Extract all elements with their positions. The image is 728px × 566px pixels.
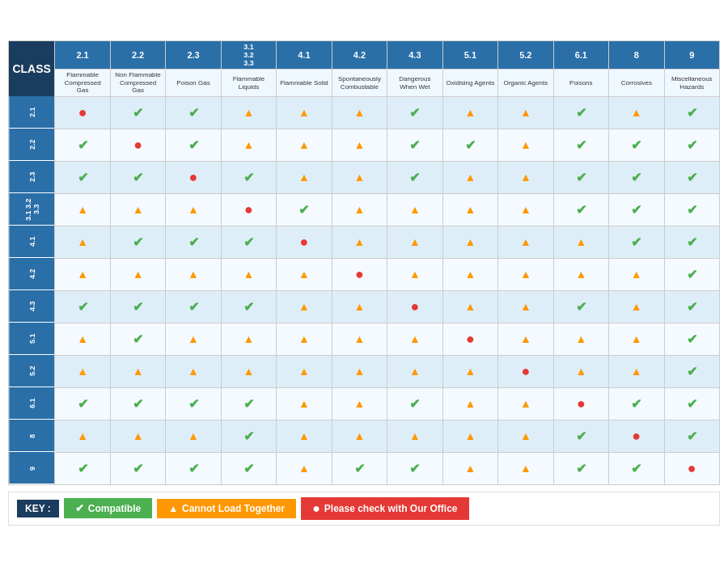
- col-header-52: 5.2: [498, 41, 553, 70]
- cell-r0-c1: ✔: [110, 96, 165, 129]
- table-row: 2.2✔●✔▲▲▲✔✔▲✔✔✔: [9, 129, 720, 161]
- desc-cell-2.2: Non Flammable Compressed Gas: [110, 70, 165, 97]
- table-row: 2.1●✔✔▲▲▲✔▲▲✔▲✔: [9, 96, 720, 129]
- col-header-9: 9: [664, 41, 719, 70]
- cell-r5-c8: ▲: [498, 258, 553, 290]
- cell-r1-c8: ▲: [498, 129, 553, 161]
- cell-r6-c8: ▲: [498, 290, 553, 323]
- triangle-icon-legend: ▲: [168, 503, 178, 514]
- cell-r9-c0: ✔: [55, 387, 110, 420]
- cell-r10-c7: ▲: [442, 420, 497, 452]
- row-header-9: 9: [9, 452, 55, 484]
- row-header-5.1: 5.1: [9, 323, 55, 355]
- cell-r11-c1: ✔: [110, 452, 165, 484]
- cell-r5-c11: ✔: [664, 258, 719, 290]
- cell-r6-c0: ✔: [55, 290, 110, 323]
- legend-compatible-label: Compatible: [88, 503, 141, 514]
- cell-r4-c0: ▲: [55, 226, 110, 258]
- table-row: 8▲▲▲✔▲▲▲▲▲✔●✔: [9, 420, 720, 452]
- cell-r8-c11: ✔: [664, 355, 719, 387]
- cell-r11-c5: ✔: [332, 452, 387, 484]
- cell-r5-c4: ▲: [277, 258, 332, 290]
- cell-r8-c8: ●: [498, 355, 553, 387]
- cell-r4-c8: ▲: [498, 226, 553, 258]
- cell-r10-c5: ▲: [332, 420, 387, 452]
- cell-r5-c10: ▲: [609, 258, 664, 290]
- cell-r11-c0: ✔: [55, 452, 110, 484]
- cell-r6-c6: ●: [387, 290, 442, 323]
- row-header-2.1: 2.1: [9, 96, 55, 129]
- cell-r8-c1: ▲: [110, 355, 165, 387]
- col-header-51: 5.1: [442, 41, 497, 70]
- class-label: CLASS: [9, 41, 55, 97]
- cell-r4-c11: ✔: [664, 226, 719, 258]
- cell-r4-c9: ▲: [553, 226, 608, 258]
- row-header-5.2: 5.2: [9, 355, 55, 387]
- cell-r4-c5: ▲: [332, 226, 387, 258]
- cell-r9-c2: ✔: [166, 387, 221, 420]
- cell-r10-c9: ✔: [553, 420, 608, 452]
- cell-r7-c1: ✔: [110, 323, 165, 355]
- row-header-4.3: 4.3: [9, 290, 55, 323]
- cell-r9-c8: ▲: [498, 387, 553, 420]
- cell-r10-c3: ✔: [221, 420, 276, 452]
- table-row: 4.3✔✔✔✔▲▲●▲▲✔▲✔: [9, 290, 720, 323]
- cell-r1-c4: ▲: [277, 129, 332, 161]
- cell-r10-c6: ▲: [387, 420, 442, 452]
- desc-cell-9: Miscellaneous Hazards: [664, 70, 719, 97]
- row-header-2.2: 2.2: [9, 129, 55, 161]
- row-header-4.1: 4.1: [9, 226, 55, 258]
- cell-r8-c9: ▲: [553, 355, 608, 387]
- cell-r1-c6: ✔: [387, 129, 442, 161]
- cell-r0-c11: ✔: [664, 96, 719, 129]
- cell-r2-c8: ▲: [498, 161, 553, 193]
- cell-r1-c11: ✔: [664, 129, 719, 161]
- cell-r4-c1: ✔: [110, 226, 165, 258]
- cell-r1-c10: ✔: [609, 129, 664, 161]
- cell-r3-c5: ▲: [332, 193, 387, 226]
- cell-r6-c1: ✔: [110, 290, 165, 323]
- table-row: 2.3✔✔●✔▲▲✔▲▲✔✔✔: [9, 161, 720, 193]
- cell-r3-c4: ✔: [277, 193, 332, 226]
- cell-r4-c3: ✔: [221, 226, 276, 258]
- cell-r3-c11: ✔: [664, 193, 719, 226]
- check-icon-legend: ✔: [75, 502, 84, 514]
- cell-r11-c7: ▲: [442, 452, 497, 484]
- cell-r5-c3: ▲: [221, 258, 276, 290]
- cell-r9-c7: ▲: [442, 387, 497, 420]
- cell-r0-c8: ▲: [498, 96, 553, 129]
- table-row: 4.1▲✔✔✔●▲▲▲▲▲✔✔: [9, 226, 720, 258]
- cell-r2-c9: ✔: [553, 161, 608, 193]
- table-row: 5.1▲✔▲▲▲▲▲●▲▲▲✔: [9, 323, 720, 355]
- cell-r8-c4: ▲: [277, 355, 332, 387]
- legend-cannot: ▲ Cannot Load Together: [157, 499, 296, 518]
- cell-r11-c11: ●: [664, 452, 719, 484]
- cell-r7-c10: ▲: [609, 323, 664, 355]
- cell-r6-c3: ✔: [221, 290, 276, 323]
- cell-r7-c6: ▲: [387, 323, 442, 355]
- col-header-41: 4.1: [277, 41, 332, 70]
- compatibility-table: CLASS 2.1 2.2 2.3 3.1 3.2 3.3 4.1 4.2 4.…: [8, 40, 720, 485]
- cell-r8-c0: ▲: [55, 355, 110, 387]
- row-header-2.3: 2.3: [9, 161, 55, 193]
- cell-r8-c10: ▲: [609, 355, 664, 387]
- cell-r9-c9: ●: [553, 387, 608, 420]
- cell-r8-c2: ▲: [166, 355, 221, 387]
- cell-r11-c9: ✔: [553, 452, 608, 484]
- cell-r2-c5: ▲: [332, 161, 387, 193]
- cell-r10-c10: ●: [609, 420, 664, 452]
- col-header-22: 2.2: [110, 41, 165, 70]
- cell-r2-c0: ✔: [55, 161, 110, 193]
- cell-r3-c6: ▲: [387, 193, 442, 226]
- table-row: 4.2▲▲▲▲▲●▲▲▲▲▲✔: [9, 258, 720, 290]
- cell-r9-c6: ✔: [387, 387, 442, 420]
- col-header-21: 2.1: [55, 41, 110, 70]
- cell-r2-c7: ▲: [442, 161, 497, 193]
- legend-compatible: ✔ Compatible: [64, 498, 152, 518]
- cell-r0-c9: ✔: [553, 96, 608, 129]
- cell-r0-c3: ▲: [221, 96, 276, 129]
- cell-r11-c10: ✔: [609, 452, 664, 484]
- table-row: 5.2▲▲▲▲▲▲▲▲●▲▲✔: [9, 355, 720, 387]
- cell-r1-c9: ✔: [553, 129, 608, 161]
- cell-r6-c9: ✔: [553, 290, 608, 323]
